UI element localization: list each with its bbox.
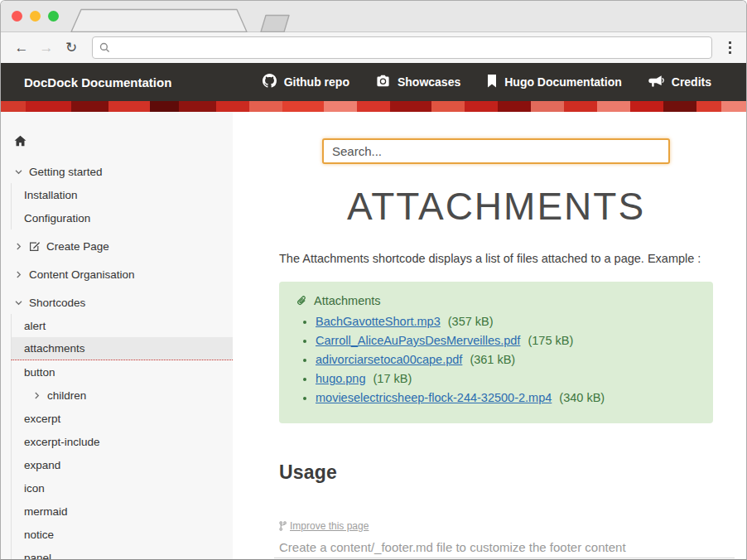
attachments-panel: Attachments BachGavotteShort.mp3 (357 kB… — [279, 282, 713, 423]
attachment-link[interactable]: movieselectricsheep-flock-244-32500-2.mp… — [316, 391, 552, 404]
sidebar: Getting started Installation Configu — [1, 112, 233, 560]
forward-button[interactable]: → — [36, 37, 57, 59]
sidebar-item[interactable]: excerpt — [11, 407, 233, 430]
browser-window: ← → ↻ DocDock Documentation — [0, 0, 747, 560]
sidebar-item[interactable]: mermaid — [11, 500, 233, 523]
sidebar-item-label: expand — [24, 459, 60, 471]
close-window-button[interactable] — [12, 11, 22, 22]
attachment-size: (361 kB) — [470, 353, 515, 366]
footer-divider — [274, 558, 735, 558]
attachment-size: (357 kB) — [448, 315, 494, 328]
attachment-size: (17 kB) — [374, 372, 412, 385]
sidebar-item[interactable]: attachments — [11, 337, 233, 360]
active-tab-shape[interactable] — [71, 10, 247, 32]
minimize-window-button[interactable] — [30, 11, 41, 22]
sidebar-item[interactable]: excerpt-include — [11, 430, 233, 453]
bookmark-icon — [487, 75, 497, 90]
nav-link[interactable]: Hugo Documentation — [487, 75, 622, 90]
attachment-list-item: movieselectricsheep-flock-244-32500-2.mp… — [316, 391, 696, 404]
sidebar-item[interactable]: expand — [11, 453, 233, 476]
sidebar-item[interactable]: Shortcodes — [1, 291, 233, 314]
nav-link[interactable]: Showcases — [376, 75, 460, 89]
home-icon[interactable] — [14, 135, 27, 147]
megaphone-icon — [648, 75, 664, 90]
sidebar-item-label: panel — [24, 552, 51, 560]
browser-menu-button[interactable] — [724, 38, 736, 57]
attachment-link[interactable]: adivorciarsetoca00cape.pdf — [316, 353, 462, 366]
reload-button[interactable]: ↻ — [60, 37, 82, 59]
attachments-list: BachGavotteShort.mp3 (357 kB) Carroll_Al… — [296, 315, 696, 404]
sidebar-item-label: excerpt-include — [24, 436, 100, 448]
sidebar-item-label: button — [24, 366, 55, 379]
sidebar-item[interactable]: Installation — [11, 183, 233, 206]
chevron-down-icon — [14, 298, 23, 307]
footer-note: Create a content/_footer.md file to cust… — [279, 540, 713, 554]
nav-link[interactable]: Credits — [648, 75, 711, 90]
github-icon — [263, 74, 277, 90]
chevron-right-icon — [14, 270, 23, 279]
search-icon — [99, 42, 110, 53]
nav-link-label: Showcases — [398, 75, 460, 89]
usage-heading: Usage — [279, 461, 713, 484]
sidebar-item-label: Content Organisation — [29, 268, 135, 281]
improve-page-label: Improve this page — [290, 520, 369, 532]
intro-paragraph: The Attachments shortcode displays a lis… — [279, 252, 713, 265]
back-button[interactable]: ← — [11, 37, 32, 59]
sidebar-item[interactable]: alert — [11, 314, 233, 337]
chevron-down-icon — [14, 167, 23, 176]
edit-icon — [29, 241, 41, 252]
sidebar-item[interactable]: notice — [11, 523, 233, 546]
sidebar-item-label: icon — [24, 482, 45, 495]
browser-tab[interactable] — [60, 8, 309, 32]
sidebar-item[interactable]: children — [11, 384, 233, 407]
address-bar[interactable] — [92, 36, 712, 59]
sidebar-item-label: Shortcodes — [29, 297, 85, 309]
sidebar-item-label: Configuration — [24, 212, 90, 224]
sidebar-item[interactable]: Configuration — [11, 206, 233, 229]
improve-page-link[interactable]: Improve this page — [279, 520, 369, 532]
chevron-right-icon — [14, 242, 23, 251]
nav-link-label: Github repo — [284, 75, 349, 89]
sidebar-item-label: attachments — [24, 342, 85, 355]
attachment-list-item: adivorciarsetoca00cape.pdf (361 kB) — [316, 353, 696, 366]
attachment-list-item: Carroll_AliceAuPaysDesMerveilles.pdf (17… — [316, 334, 696, 347]
attachment-link[interactable]: BachGavotteShort.mp3 — [316, 315, 441, 328]
sidebar-item[interactable]: Create Page — [1, 234, 233, 258]
attachment-list-item: BachGavotteShort.mp3 (357 kB) — [316, 315, 696, 328]
browser-tab-strip — [1, 1, 746, 32]
nav-link-label: Credits — [672, 75, 711, 89]
sidebar-item[interactable]: Getting started — [1, 160, 233, 183]
attachment-size: (340 kB) — [559, 391, 605, 404]
attachment-list-item: hugo.png (17 kB) — [316, 372, 696, 385]
camera-icon — [376, 75, 390, 89]
attachments-panel-title: Attachments — [314, 294, 381, 307]
sidebar-item-label: notice — [24, 529, 54, 541]
browser-toolbar: ← → ↻ — [1, 32, 746, 63]
nav-link-label: Hugo Documentation — [504, 75, 622, 89]
theme-banner-image — [1, 101, 746, 112]
zoom-window-button[interactable] — [48, 11, 59, 22]
address-input[interactable] — [115, 41, 705, 54]
page-title: ATTACHMENTS — [279, 184, 713, 229]
sidebar-item-label: excerpt — [24, 413, 60, 425]
nav-link[interactable]: Github repo — [263, 74, 349, 90]
chevron-right-icon — [32, 391, 41, 400]
site-title[interactable]: DocDock Documentation — [1, 75, 171, 89]
attachment-link[interactable]: Carroll_AliceAuPaysDesMerveilles.pdf — [316, 334, 520, 347]
sidebar-item[interactable]: icon — [11, 476, 233, 500]
sidebar-item-label: Create Page — [46, 240, 109, 253]
sidebar-item-label: mermaid — [24, 505, 68, 518]
main-content: ATTACHMENTS The Attachments shortcode di… — [233, 112, 746, 560]
window-controls — [12, 11, 59, 22]
sidebar-item[interactable]: button — [11, 360, 233, 384]
site-search-input[interactable] — [322, 138, 670, 164]
sidebar-item[interactable]: Content Organisation — [1, 263, 233, 286]
site-header: DocDock Documentation Github repo — [1, 63, 746, 101]
sidebar-item[interactable]: panel — [11, 546, 233, 560]
sidebar-nav: Getting started Installation Configu — [1, 160, 233, 560]
sidebar-item-label: alert — [24, 320, 46, 332]
sidebar-item-label: Getting started — [29, 166, 103, 178]
git-fork-icon — [279, 521, 287, 531]
attachment-link[interactable]: hugo.png — [316, 372, 365, 385]
new-tab-button[interactable] — [261, 16, 289, 32]
